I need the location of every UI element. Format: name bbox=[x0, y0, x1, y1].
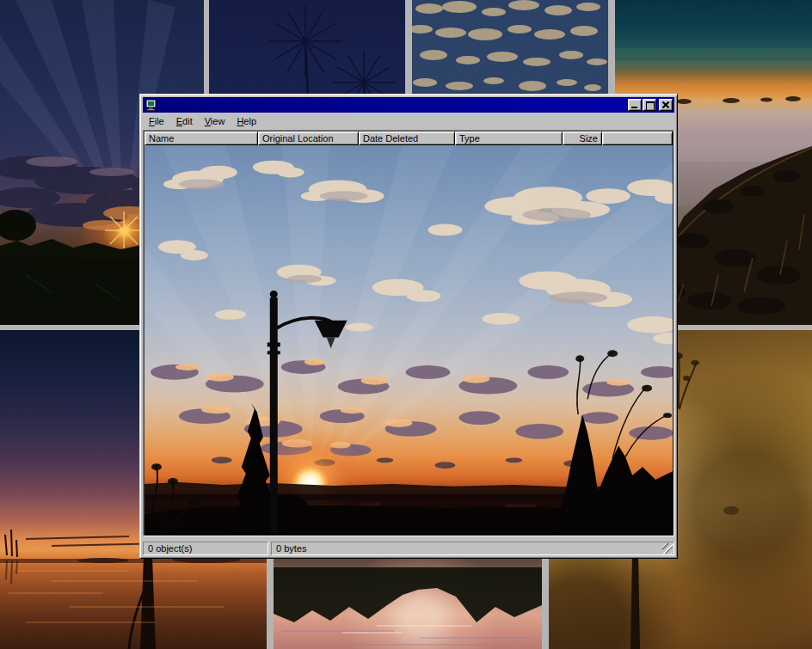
column-original-location[interactable]: Original Location bbox=[258, 132, 359, 145]
status-size: 0 bytes bbox=[271, 542, 674, 555]
window-background-sunset-photo[interactable] bbox=[145, 145, 673, 535]
column-date-deleted[interactable]: Date Deleted bbox=[359, 132, 455, 145]
column-filler bbox=[602, 132, 673, 145]
column-name[interactable]: Name bbox=[145, 132, 258, 145]
recycle-bin-window: File Edit View Help Name Original Locati… bbox=[139, 94, 678, 559]
menu-edit[interactable]: Edit bbox=[170, 114, 199, 129]
maximize-icon[interactable] bbox=[643, 99, 656, 111]
column-size[interactable]: Size bbox=[563, 132, 602, 145]
menu-view[interactable]: View bbox=[199, 114, 231, 129]
close-icon[interactable] bbox=[659, 99, 673, 111]
titlebar[interactable] bbox=[143, 97, 674, 113]
menu-help[interactable]: Help bbox=[231, 114, 262, 129]
computer-icon bbox=[145, 99, 157, 111]
menu-file[interactable]: File bbox=[143, 114, 170, 129]
file-list-area[interactable]: Name Original Location Date Deleted Type… bbox=[143, 130, 674, 536]
resize-grip-icon[interactable] bbox=[662, 543, 673, 554]
menu-bar: File Edit View Help bbox=[143, 113, 674, 129]
column-header-row: Name Original Location Date Deleted Type… bbox=[145, 132, 673, 145]
status-bar: 0 object(s) 0 bytes bbox=[143, 539, 674, 555]
column-type[interactable]: Type bbox=[455, 132, 563, 145]
minimize-icon[interactable] bbox=[628, 99, 642, 111]
status-object-count: 0 object(s) bbox=[143, 542, 268, 555]
